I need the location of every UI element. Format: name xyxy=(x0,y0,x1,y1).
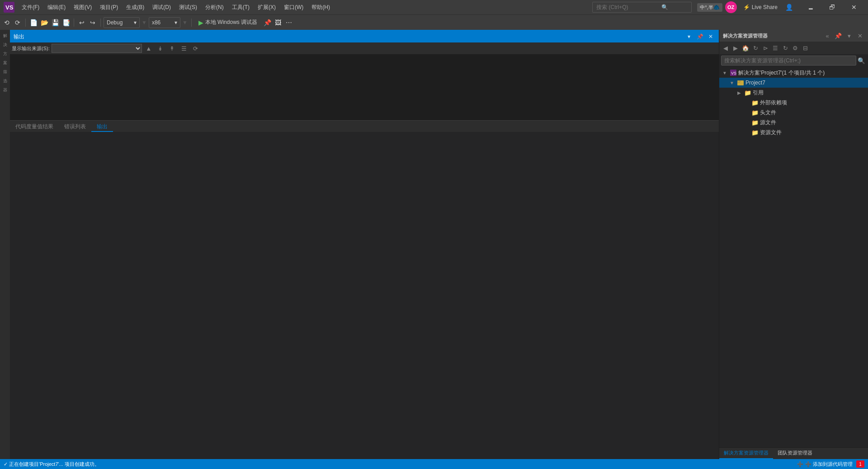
save-all-button[interactable]: 📑 xyxy=(61,18,71,28)
bottom-tab-0[interactable]: 代码度量值结果 xyxy=(10,122,59,132)
sol-filter-button[interactable]: ☰ xyxy=(771,43,780,52)
sol-tab-solution-explorer[interactable]: 解决方案资源管理器 xyxy=(719,448,773,459)
output-scroll-start-btn[interactable]: ↟ xyxy=(167,43,177,53)
title-search-input[interactable] xyxy=(596,4,660,10)
live-share-icon: ⚡ xyxy=(743,4,750,10)
panel-pin-left-button[interactable]: « xyxy=(823,31,832,40)
menu-file[interactable]: 文件(F) xyxy=(18,3,43,12)
bottom-tab-1[interactable]: 错误列表 xyxy=(59,122,91,132)
title-right-area: 中°,半🧥 OZ ⚡ Live Share 👤 🗕 🗗 ✕ xyxy=(697,0,864,14)
panel-more-button[interactable]: ▾ xyxy=(844,31,854,40)
output-source-select[interactable] xyxy=(52,44,142,53)
output-scroll-end-btn[interactable]: ↡ xyxy=(156,43,165,53)
editor-area: 输出 ▾ 📌 ✕ 显示输出来源(S): ▲ ↡ ↟ ☰ ⟳ 代码度量值结果错误列… xyxy=(10,30,719,459)
save-button[interactable]: 💾 xyxy=(50,18,60,28)
add-source-control-button[interactable]: ➕ ➕ 添加到源代码管理 xyxy=(797,461,853,468)
sol-tab-team-explorer[interactable]: 团队资源管理器 xyxy=(773,448,817,459)
activity-icon-4[interactable]: 案 xyxy=(0,59,9,67)
ime-toggle-button[interactable]: 中°,半🧥 xyxy=(697,3,722,12)
redo-button[interactable]: ⟳ xyxy=(13,18,23,28)
run-debugger-button[interactable]: ▶ 本地 Windows 调试器 xyxy=(194,17,261,28)
activity-icon-3[interactable]: 方 xyxy=(0,50,9,58)
resource-files-item[interactable]: 📁 资源文件 xyxy=(719,127,868,137)
platform-dropdown[interactable]: x86 ▾ xyxy=(149,17,180,28)
close-button[interactable]: ✕ xyxy=(844,0,864,14)
ext-deps-icon: 📁 xyxy=(751,98,759,107)
activity-icon-6[interactable]: 选 xyxy=(0,77,9,85)
restore-button[interactable]: 🗗 xyxy=(822,0,843,14)
user-avatar[interactable]: OZ xyxy=(725,1,737,13)
toolbar: ⟲ ⟳ 📄 📂 💾 📑 ↩ ↪ Debug ▾ ▼ x86 ▾ ▼ ▶ 本地 W… xyxy=(0,14,868,30)
output-pin-button[interactable]: 📌 xyxy=(695,32,704,41)
sol-back-button[interactable]: ◀ xyxy=(721,43,730,52)
new-file-button[interactable]: 📄 xyxy=(28,18,38,28)
resource-icon: 📁 xyxy=(751,128,759,136)
menu-help[interactable]: 帮助(H) xyxy=(308,3,334,12)
header-files-item[interactable]: 📁 头文件 xyxy=(719,108,868,117)
menu-debug[interactable]: 调试(D) xyxy=(149,3,175,12)
panel-pin-button[interactable]: 📌 xyxy=(834,31,843,40)
project-item[interactable]: ▼ Project7 xyxy=(719,78,868,88)
redo2-button[interactable]: ↪ xyxy=(88,18,98,28)
sol-forward-button[interactable]: ▶ xyxy=(731,43,740,52)
sol-refresh-button[interactable]: ↻ xyxy=(781,43,790,52)
activity-icon-7[interactable]: 器 xyxy=(0,86,9,94)
solution-search-button[interactable]: 🔍 xyxy=(856,56,866,66)
menu-view[interactable]: 视图(V) xyxy=(70,3,95,12)
menu-build[interactable]: 生成(B) xyxy=(123,3,148,12)
sol-sync-button[interactable]: ↻ xyxy=(751,43,760,52)
svg-text:VS: VS xyxy=(731,71,736,75)
menu-test[interactable]: 测试(S) xyxy=(175,3,201,12)
screenshot-button[interactable]: 🖼 xyxy=(273,18,283,28)
ext-deps-label: 外部依赖项 xyxy=(760,99,787,107)
output-close-button[interactable]: ✕ xyxy=(706,32,715,41)
solution-root-item[interactable]: ▼ VS 解决方案'Project7'(1 个项目/共 1 个) xyxy=(719,68,868,78)
sol-layout-button[interactable]: ⊟ xyxy=(801,43,810,52)
bottom-tab-2[interactable]: 输出 xyxy=(91,122,113,132)
activity-icon-5[interactable]: 筛 xyxy=(0,68,9,76)
chevron-down-icon-2: ▾ xyxy=(175,19,177,26)
undo2-button[interactable]: ↩ xyxy=(77,18,87,28)
solution-search-input[interactable] xyxy=(721,56,856,66)
output-clear-btn[interactable]: ☰ xyxy=(179,43,189,53)
undo-button[interactable]: ⟲ xyxy=(2,18,12,28)
solution-explorer-panel: 解决方案资源管理器 « 📌 ▾ ✕ ◀ ▶ 🏠 ↻ ⊳ ☰ ↻ ⚙ ⊟ 🔍 xyxy=(719,30,868,459)
open-file-button[interactable]: 📂 xyxy=(39,18,49,28)
menu-edit[interactable]: 编辑(E) xyxy=(44,3,69,12)
pin-button[interactable]: 📌 xyxy=(262,18,272,28)
external-deps-item[interactable]: 📁 外部依赖项 xyxy=(719,98,868,108)
debug-config-dropdown[interactable]: Debug ▾ xyxy=(104,17,140,28)
ref-item[interactable]: ▶ 📁 引用 xyxy=(719,88,868,98)
menu-tools[interactable]: 工具(T) xyxy=(228,3,253,12)
menu-extensions[interactable]: 扩展(X) xyxy=(254,3,279,12)
activity-icon-1[interactable]: 解 xyxy=(0,32,9,40)
sol-settings-button[interactable]: ⚙ xyxy=(791,43,800,52)
menu-project[interactable]: 项目(P) xyxy=(96,3,122,12)
live-share-button[interactable]: ⚡ Live Share xyxy=(740,3,781,11)
header-files-label: 头文件 xyxy=(760,109,776,117)
solution-expander: ▼ xyxy=(721,69,728,76)
output-dropdown-btn[interactable]: ▾ xyxy=(684,32,693,41)
bottom-tab-bar: 代码度量值结果错误列表输出 xyxy=(10,120,719,132)
menu-window[interactable]: 窗口(W) xyxy=(280,3,307,12)
panel-close-button[interactable]: ✕ xyxy=(855,31,864,40)
source-files-item[interactable]: 📁 源文件 xyxy=(719,117,868,127)
menu-analyze[interactable]: 分析(N) xyxy=(202,3,227,12)
activity-icon-2[interactable]: 决 xyxy=(0,41,9,49)
sol-home-button[interactable]: 🏠 xyxy=(741,43,750,52)
extra-btn[interactable]: ⋯ xyxy=(284,18,294,28)
ref-label: 引用 xyxy=(753,89,764,97)
ref-icon: 📁 xyxy=(744,89,752,97)
header-icon: 📁 xyxy=(751,108,759,117)
title-search-bar[interactable]: 🔍 xyxy=(592,2,692,13)
toolbar-sep-1 xyxy=(25,19,26,27)
source-icon: 📁 xyxy=(751,118,759,127)
output-scroll-up-btn[interactable]: ▲ xyxy=(144,43,154,53)
ref-expander: ▶ xyxy=(736,89,743,96)
output-word-wrap-btn[interactable]: ⟳ xyxy=(191,43,201,53)
plus-icon: ➕ xyxy=(797,461,803,467)
minimize-button[interactable]: 🗕 xyxy=(800,0,821,14)
error-badge: 1 xyxy=(856,460,864,468)
account-button[interactable]: 👤 xyxy=(784,2,794,12)
sol-more1-button[interactable]: ⊳ xyxy=(761,43,770,52)
